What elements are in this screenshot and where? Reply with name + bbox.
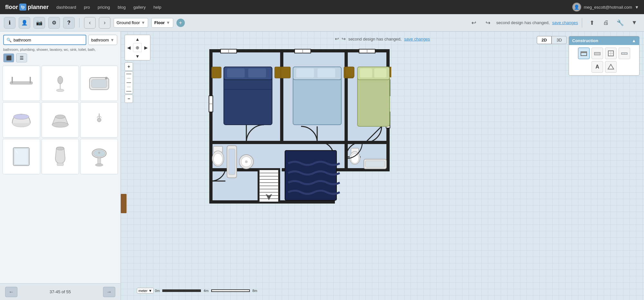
search-area: 🔍 bathroom ▼ [0,32,120,47]
logo-text-floor: floor [5,4,18,11]
user-area[interactable]: 👤 meg_escott@hotmail.com ▼ [572,3,639,12]
wall-icon [580,50,587,57]
scale-bar-graphic [162,289,201,292]
floor-plan-svg[interactable] [147,48,391,215]
text-tool-button[interactable]: A [592,61,603,73]
next-page-button[interactable]: → [103,287,115,297]
list-item[interactable] [42,102,79,138]
pan-down-button[interactable]: ▼ [133,52,142,60]
right-toolbar: ↩ ↪ second design has changed, save chan… [468,17,640,29]
item-shower-head [47,70,73,96]
list-item[interactable] [3,139,40,174]
room-icon [607,50,614,57]
floor-section-arrow: ▼ [166,20,170,25]
zoom-in-button[interactable]: + [125,62,133,71]
list-item[interactable] [42,66,79,101]
notification-bar: ↩ ↪ second design has changed, save chan… [335,36,430,42]
list-item[interactable] [42,139,79,174]
room-tool-button[interactable] [605,48,617,59]
info-button[interactable]: ℹ [4,17,15,29]
pan-center-button[interactable]: ⊕ [133,43,142,52]
scale-bar-graphic-2 [211,289,250,292]
category-label: bathroom [91,38,109,42]
undo-arrow[interactable]: ↩ [335,36,339,42]
nav-blog[interactable]: blog [118,5,126,10]
save-changes-link[interactable]: save changes [552,20,578,25]
wall-tool-button[interactable] [578,48,590,59]
camera-button[interactable]: 📷 [33,17,45,29]
nav-left-button[interactable]: ‹ [84,17,96,29]
construction-header[interactable]: Construction ▲ [569,36,639,45]
wrench-button[interactable]: 🔧 [614,17,626,29]
nav-gallery[interactable]: gallery [133,5,146,10]
print-button[interactable]: 🖨 [600,17,612,29]
window-tool-button[interactable] [619,48,630,59]
list-item[interactable] [80,102,118,138]
unit-selector[interactable]: meter ▼ [137,288,154,294]
redo-arrow[interactable]: ↪ [342,36,346,42]
page-info: 37-45 of 55 [50,289,71,294]
undo-button[interactable]: ↩ [468,17,479,29]
camera-icon: 📷 [36,20,43,26]
search-box-container: 🔍 [3,35,86,45]
view-2d-button[interactable]: ☰ [16,53,27,62]
svg-marker-34 [608,64,614,69]
settings-button[interactable]: ⚙ [48,17,60,29]
help-icon: ? [67,20,71,26]
add-floor-button[interactable]: + [176,19,185,27]
nav-help[interactable]: help [153,5,161,10]
svg-rect-95 [229,149,235,175]
category-dropdown[interactable]: bathroom ▼ [88,35,117,45]
person-button[interactable]: 👤 [19,17,30,29]
search-input[interactable] [14,38,83,42]
wrench-icon: 🔧 [617,19,624,26]
nav-dashboard[interactable]: dashboard [56,5,76,10]
construction-collapse-icon: ▲ [632,38,636,43]
pan-left-button[interactable]: ◀ [125,43,133,52]
list-item[interactable] [3,66,40,101]
list-item[interactable] [80,139,118,174]
user-email: meg_escott@hotmail.com [584,5,632,10]
svg-rect-26 [581,52,587,53]
canvas-area[interactable]: ▲ ◀ ⊕ ▶ ▼ + − ↩ ↪ second design [121,32,644,300]
nav-right-button[interactable]: › [99,17,110,29]
2d-view-button[interactable]: 2D [537,36,552,44]
more-button[interactable]: ▼ [629,17,640,29]
nav-pro[interactable]: pro [84,5,90,10]
svg-point-10 [14,114,29,119]
living-rug [285,150,340,200]
erase-icon [607,63,614,70]
main-content: 🔍 bathroom ▼ bathroom, plumbing, shower,… [0,32,644,300]
svg-point-24 [98,152,100,154]
floor-tool-button[interactable] [592,48,603,59]
list-item[interactable] [3,102,40,138]
nav-pricing[interactable]: pricing [98,5,110,10]
zoom-controls: ▲ ◀ ⊕ ▶ ▼ + − [125,35,150,103]
category-arrow: ▼ [110,38,114,42]
logo-text-planner: planner [28,4,49,11]
prev-page-button[interactable]: ← [5,287,17,297]
view-mode-toggle: 2D 3D [537,36,567,44]
pan-up-button[interactable]: ▲ [133,35,142,43]
construction-title: Construction [572,38,598,43]
svg-rect-114 [365,161,385,167]
svg-point-8 [105,77,108,79]
svg-rect-83 [281,67,290,78]
3d-view-button[interactable]: 3D [552,36,567,44]
logo[interactable]: floor fp planner [5,4,49,11]
pan-right-button[interactable]: ▶ [142,43,150,52]
erase-tool-button[interactable] [605,61,617,73]
pagination: ← 37-45 of 55 → [0,283,120,300]
help-button[interactable]: ? [63,17,75,29]
list-item[interactable] [80,66,118,101]
share-button[interactable]: ⬆ [586,17,598,29]
floor-section-dropdown[interactable]: Floor ▼ [151,18,173,28]
view-3d-button[interactable]: ⬛ [3,53,14,62]
svg-point-93 [213,153,223,165]
floor-selector[interactable]: Ground floor ▼ [114,18,148,28]
redo-button[interactable]: ↪ [482,17,494,29]
save-changes-link-canvas[interactable]: save changes [404,37,430,41]
user-dropdown-arrow: ▼ [635,5,639,10]
zoom-out-button[interactable]: − [125,95,133,103]
print-icon: 🖨 [603,19,609,26]
